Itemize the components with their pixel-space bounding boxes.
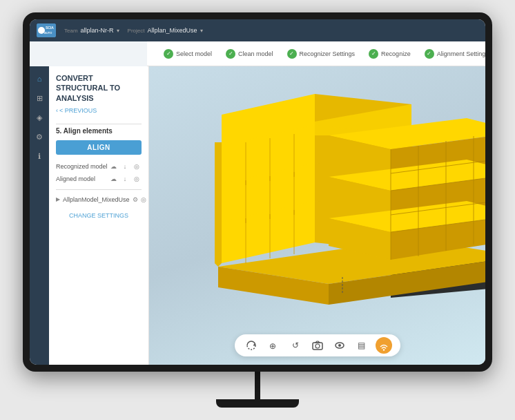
sidebar-home-icon[interactable]: ⌂: [32, 72, 46, 86]
svg-marker-10: [215, 218, 222, 267]
step-recognizer-settings[interactable]: ✓ Recognizer Settings: [282, 46, 361, 61]
prev-arrow-icon: ‹: [56, 107, 58, 114]
scia-logo: SCIA AUTO: [37, 23, 56, 37]
step-check-icon: ✓: [164, 49, 173, 59]
step-select-model[interactable]: ✓ Select model: [158, 46, 217, 61]
cloud-upload-aligned-icon[interactable]: ☁: [108, 174, 118, 184]
monitor-stand: [255, 372, 260, 399]
project-label: Project: [128, 28, 145, 34]
team-label: Team: [64, 28, 78, 34]
team-chevron-icon: ▾: [117, 28, 119, 34]
cloud-upload-icon[interactable]: ☁: [108, 162, 118, 171]
move-view-button[interactable]: ⊕: [265, 337, 282, 354]
step-label: Recognizer Settings: [300, 50, 356, 57]
step-label: Select model: [176, 50, 212, 57]
project-selector[interactable]: Project Allplan_MixedUse ▾: [128, 27, 203, 34]
sidebar-info-icon[interactable]: ℹ: [32, 149, 46, 163]
aligned-model-icons: ☁ ↓ ◎: [108, 174, 142, 184]
section-title: 5. Align elements: [56, 127, 142, 135]
eye-model-icon[interactable]: ◎: [132, 162, 142, 171]
svg-point-56: [382, 349, 384, 350]
svg-marker-16: [215, 142, 222, 187]
previous-link[interactable]: ‹ < PREVIOUS: [56, 107, 142, 114]
project-value: Allplan_MixedUse: [147, 27, 197, 34]
wifi-view-button[interactable]: [376, 337, 392, 354]
svg-text:AUTO: AUTO: [44, 31, 52, 35]
project-chevron-icon: ▾: [200, 28, 203, 34]
svg-text:SCIA: SCIA: [46, 26, 54, 30]
tree-item-allplan[interactable]: ▶ AllplanModel_MixedUse ⚙ ◎: [56, 193, 142, 207]
divider: [56, 124, 142, 124]
step-check-icon: ✓: [287, 49, 297, 59]
layers-view-button[interactable]: ▤: [353, 337, 370, 354]
icon-sidebar: ⌂ ⊞ ◈ ⚙ ℹ: [30, 66, 49, 365]
step-clean-model[interactable]: ✓ Clean model: [220, 46, 279, 61]
monitor-frame: SCIA AUTO Team allplan-Nr-R ▾ Project Al…: [23, 12, 492, 372]
align-button[interactable]: ALIGN: [56, 140, 142, 155]
step-label: Alignment Settings: [437, 50, 485, 57]
tree-item-label: AllplanModel_MixedUse: [63, 196, 130, 203]
eye-view-button[interactable]: [331, 337, 348, 354]
panel-title: CONVERT STRUCTURAL TO ANALYSIS: [56, 73, 142, 103]
svg-point-55: [338, 344, 341, 347]
eye-aligned-icon[interactable]: ◎: [132, 174, 142, 184]
monitor-wrapper: SCIA AUTO Team allplan-Nr-R ▾ Project Al…: [23, 12, 492, 408]
viewport-toolbar: ⊕ ↺ ▤: [235, 334, 400, 356]
screen: SCIA AUTO Team allplan-Nr-R ▾ Project Al…: [30, 19, 485, 365]
step-label: Clean model: [238, 50, 273, 57]
eye-tree-icon[interactable]: ◎: [141, 195, 146, 204]
previous-label: < PREVIOUS: [59, 107, 97, 114]
undo-view-button[interactable]: ↺: [287, 337, 304, 354]
settings-small-icon[interactable]: ⚙: [133, 195, 138, 204]
svg-text:⊕: ⊕: [269, 341, 276, 351]
camera-view-button[interactable]: [309, 337, 326, 354]
recognized-model-row: Recognized model ☁ ↓ ◎: [56, 162, 142, 171]
download-icon[interactable]: ↓: [120, 162, 130, 171]
recognized-model-label: Recognized model: [56, 163, 108, 170]
building-3d-view: [177, 80, 485, 336]
monitor-base: [216, 399, 299, 408]
download-aligned-icon[interactable]: ↓: [120, 174, 130, 184]
sidebar-settings-icon[interactable]: ⚙: [32, 130, 46, 144]
svg-marker-53: [315, 341, 320, 343]
step-navigation: ✓ Select model ✓ Clean model ✓ Recognize…: [147, 41, 485, 66]
svg-point-52: [315, 344, 320, 348]
sidebar-layers-icon[interactable]: ⊞: [32, 91, 46, 105]
sidebar-cube-icon[interactable]: ◈: [32, 111, 46, 124]
aligned-model-label: Aligned model: [56, 175, 95, 182]
step-check-icon: ✓: [369, 49, 378, 59]
rotate-view-button[interactable]: [243, 337, 260, 354]
tree-arrow-icon: ▶: [56, 196, 60, 202]
step-check-icon: ✓: [226, 49, 235, 59]
aligned-model-row: Aligned model ☁ ↓ ◎: [56, 174, 142, 184]
logo-area: SCIA AUTO: [37, 23, 56, 37]
recognized-model-icons: ☁ ↓ ◎: [108, 162, 142, 171]
team-selector[interactable]: Team allplan-Nr-R ▾: [64, 27, 119, 34]
step-label: Recognize: [381, 50, 411, 57]
top-bar: SCIA AUTO Team allplan-Nr-R ▾ Project Al…: [30, 19, 485, 41]
divider2: [56, 189, 142, 190]
team-value: allplan-Nr-R: [81, 27, 114, 34]
step-check-icon: ✓: [425, 49, 434, 59]
left-panel: CONVERT STRUCTURAL TO ANALYSIS ‹ < PREVI…: [49, 66, 149, 365]
main-content: ⌂ ⊞ ◈ ⚙ ℹ CONVERT STRUCTURAL TO ANALYSIS…: [30, 66, 485, 365]
step-alignment-settings[interactable]: ✓ Alignment Settings: [419, 46, 485, 61]
3d-viewport[interactable]: ⊕ ↺ ▤: [149, 66, 485, 365]
step-recognize[interactable]: ✓ Recognize: [363, 46, 416, 61]
change-settings-link[interactable]: CHANGE SETTINGS: [56, 212, 142, 219]
